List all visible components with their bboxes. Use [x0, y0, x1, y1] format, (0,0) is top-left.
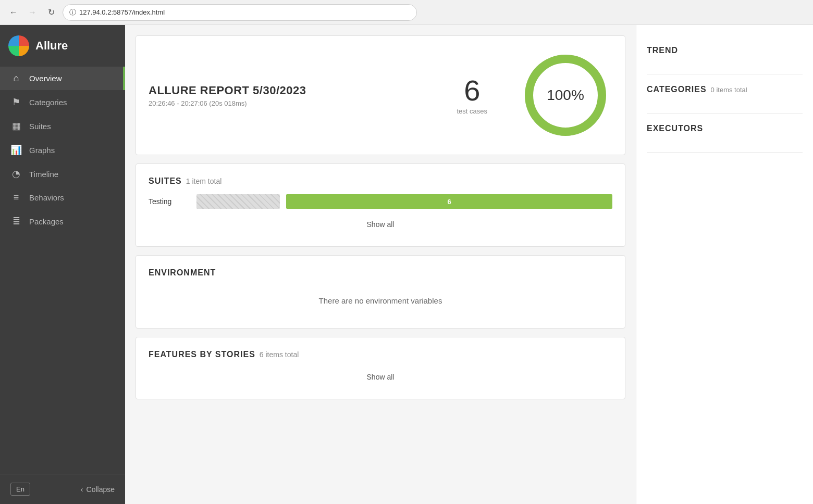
sidebar-item-behaviors[interactable]: ≡ Behaviors: [0, 186, 125, 209]
sidebar-nav: ⌂ Overview ⚑ Categories ▦ Suites 📊 Graph…: [0, 67, 125, 474]
features-section-title: FEATURES BY STORIES 6 items total: [149, 350, 612, 359]
clock-icon: ◔: [10, 168, 22, 180]
sidebar-item-graphs[interactable]: 📊 Graphs: [0, 138, 125, 162]
main-content: ALLURE REPORT 5/30/2023 20:26:46 - 20:27…: [125, 25, 636, 504]
list-icon: ≡: [10, 192, 22, 203]
reload-button[interactable]: ↻: [44, 5, 58, 20]
flag-icon: ⚑: [10, 96, 22, 108]
sidebar-item-suites[interactable]: ▦ Suites: [0, 114, 125, 138]
environment-title: ENVIRONMENT: [149, 268, 612, 278]
browser-chrome: ← → ↻ ⓘ 127.94.0.2:58757/index.html: [0, 0, 813, 25]
package-icon: ≣: [10, 216, 22, 227]
report-info: ALLURE REPORT 5/30/2023 20:26:46 - 20:27…: [149, 84, 306, 107]
bar-chart-icon: 📊: [10, 144, 22, 156]
report-title: ALLURE REPORT 5/30/2023: [149, 84, 306, 97]
suite-name: Testing: [149, 197, 190, 206]
sidebar-header: Allure: [0, 25, 125, 67]
content-area: ALLURE REPORT 5/30/2023 20:26:46 - 20:27…: [125, 25, 813, 504]
right-panel: TREND CATEGORIES 0 items total EXECUTORS: [636, 25, 813, 504]
trend-section: TREND: [647, 35, 803, 74]
home-icon: ⌂: [10, 73, 22, 84]
sidebar-item-packages[interactable]: ≣ Packages: [0, 209, 125, 233]
sidebar-item-label: Packages: [29, 217, 64, 226]
sidebar-item-label: Graphs: [29, 146, 55, 155]
sidebar-item-overview[interactable]: ⌂ Overview: [0, 67, 125, 90]
suites-card: SUITES 1 item total Testing 6 Show all: [136, 163, 625, 247]
language-button[interactable]: En: [10, 483, 30, 496]
suite-bar-pattern: [196, 194, 280, 209]
sidebar-item-label: Overview: [29, 74, 62, 83]
app-container: Allure ⌂ Overview ⚑ Categories ▦ Suites …: [0, 25, 813, 504]
sidebar-item-timeline[interactable]: ◔ Timeline: [0, 162, 125, 186]
test-cases-number: 6: [457, 76, 487, 105]
report-time: 20:26:46 - 20:27:06 (20s 018ms): [149, 99, 306, 107]
environment-empty-message: There are no environment variables: [149, 286, 612, 316]
categories-title: CATEGORIES 0 items total: [647, 85, 803, 94]
categories-section: CATEGORIES 0 items total: [647, 74, 803, 114]
lock-icon: ⓘ: [69, 8, 76, 17]
test-cases-label: test cases: [457, 107, 487, 115]
executors-section: EXECUTORS: [647, 114, 803, 153]
suite-row: Testing 6: [149, 194, 612, 209]
features-subtitle: 6 items total: [260, 350, 299, 359]
trend-title: TREND: [647, 46, 803, 55]
url-text: 127.94.0.2:58757/index.html: [79, 8, 165, 16]
sidebar-item-label: Suites: [29, 122, 51, 131]
suites-show-all-button[interactable]: Show all: [149, 215, 612, 234]
sidebar-item-label: Timeline: [29, 170, 58, 179]
sidebar-item-label: Categories: [29, 98, 67, 107]
sidebar-footer: En ‹ Collapse: [0, 474, 125, 504]
categories-subtitle: 0 items total: [711, 86, 747, 94]
report-header-card: ALLURE REPORT 5/30/2023 20:26:46 - 20:27…: [136, 35, 625, 155]
suites-section-title: SUITES 1 item total: [149, 177, 612, 186]
sidebar-item-label: Behaviors: [29, 193, 64, 202]
app-name: Allure: [35, 39, 68, 53]
suites-subtitle: 1 item total: [186, 177, 221, 185]
environment-card: ENVIRONMENT There are no environment var…: [136, 255, 625, 329]
address-bar[interactable]: ⓘ 127.94.0.2:58757/index.html: [63, 4, 417, 21]
sidebar-item-categories[interactable]: ⚑ Categories: [0, 90, 125, 114]
donut-percent: 100%: [547, 87, 584, 104]
allure-logo: [8, 35, 29, 56]
sidebar: Allure ⌂ Overview ⚑ Categories ▦ Suites …: [0, 25, 125, 504]
test-cases-count: 6 test cases: [457, 76, 487, 115]
suite-bar-filled: 6: [286, 194, 612, 209]
executors-title: EXECUTORS: [647, 124, 803, 133]
collapse-button[interactable]: ‹ Collapse: [81, 485, 115, 494]
chevron-left-icon: ‹: [81, 485, 83, 494]
donut-chart: 100%: [519, 48, 612, 142]
report-stats: 6 test cases 100%: [457, 48, 612, 142]
forward-button[interactable]: →: [25, 5, 40, 20]
features-show-all-button[interactable]: Show all: [149, 368, 612, 386]
features-card: FEATURES BY STORIES 6 items total Show a…: [136, 337, 625, 399]
grid-icon: ▦: [10, 120, 22, 132]
back-button[interactable]: ←: [6, 5, 21, 20]
